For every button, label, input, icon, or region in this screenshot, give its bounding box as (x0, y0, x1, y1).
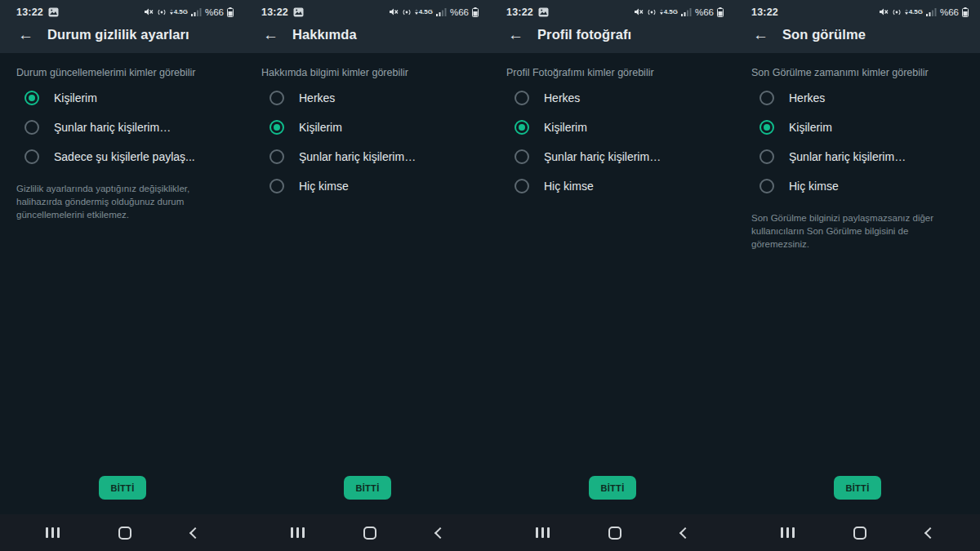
mute-icon (634, 7, 644, 16)
done-button[interactable]: BİTTİ (344, 476, 391, 500)
option-contacts-except[interactable]: Şunlar hariç kişilerim… (0, 113, 245, 142)
network-arrows-icon (905, 9, 908, 15)
network-type-indicator: 4.5G (660, 8, 678, 16)
back-arrow-icon[interactable]: ← (508, 27, 537, 42)
radio-icon (270, 91, 284, 105)
screen-profile-photo: 13:22 4.5G %66 ← Profil fotoğrafı Profil… (490, 0, 735, 551)
topbar: 13:22 4.5G %66 ← Durum gizlilik ayarları (0, 0, 245, 53)
network-arrows-icon (660, 9, 663, 15)
home-icon[interactable] (853, 527, 866, 540)
screen-about: 13:22 4.5G %66 ← Hakkımda Hakkımda bilgi… (245, 0, 490, 551)
status-icons: 4.5G %66 (634, 7, 724, 17)
network-type-indicator: 4.5G (905, 8, 923, 16)
clock: 13:22 (261, 7, 288, 18)
home-icon[interactable] (118, 527, 131, 540)
android-nav-bar (735, 514, 980, 551)
page-title: Profil fotoğrafı (537, 27, 631, 42)
option-contacts-except[interactable]: Şunlar hariç kişilerim… (490, 142, 735, 171)
done-button[interactable]: BİTTİ (99, 476, 146, 500)
topbar: 13:22 4.5G %66 ← Profil fotoğrafı (490, 0, 735, 53)
hotspot-icon (157, 7, 167, 17)
android-nav-bar (245, 514, 490, 551)
status-bar: 13:22 4.5G %66 (735, 0, 980, 21)
page-title: Durum gizlilik ayarları (47, 27, 189, 42)
radio-icon (270, 149, 284, 164)
privacy-footnote: Gizlilik ayarlarında yaptığınız değişikl… (16, 182, 225, 221)
done-button[interactable]: BİTTİ (589, 476, 636, 500)
status-bar: 13:22 4.5G %66 (0, 0, 245, 21)
option-label: Herkes (544, 91, 580, 104)
option-nobody[interactable]: Hiç kimse (490, 171, 735, 201)
option-label: Kişilerim (544, 121, 587, 134)
option-contacts-except[interactable]: Şunlar hariç kişilerim… (245, 142, 490, 171)
option-label: Şunlar hariç kişilerim… (544, 150, 661, 163)
option-my-contacts[interactable]: Kişilerim (245, 113, 490, 142)
done-button[interactable]: BİTTİ (834, 476, 881, 500)
hotspot-icon (402, 7, 412, 17)
battery-icon (472, 7, 479, 17)
topbar: 13:22 4.5G %66 ← Son görülme (735, 0, 980, 53)
option-my-contacts[interactable]: Kişilerim (490, 113, 735, 142)
back-icon[interactable] (679, 527, 691, 538)
back-arrow-icon[interactable]: ← (753, 27, 782, 42)
home-icon[interactable] (608, 527, 621, 540)
topbar: 13:22 4.5G %66 ← Hakkımda (245, 0, 490, 53)
signal-icon (926, 7, 937, 16)
back-arrow-icon[interactable]: ← (263, 27, 292, 42)
app-bar: ← Durum gizlilik ayarları (0, 21, 245, 53)
app-bar: ← Son görülme (735, 21, 980, 53)
clock: 13:22 (506, 7, 533, 18)
option-nobody[interactable]: Hiç kimse (735, 171, 980, 201)
radio-icon (760, 149, 774, 164)
option-label: Kişilerim (299, 121, 342, 134)
status-bar: 13:22 4.5G %66 (490, 0, 735, 21)
option-everyone[interactable]: Herkes (245, 83, 490, 113)
image-notification-icon (538, 7, 549, 17)
recents-icon[interactable] (536, 527, 550, 538)
option-label: Herkes (299, 91, 335, 104)
recents-icon[interactable] (781, 527, 795, 538)
section-label: Durum güncellemelerimi kimler görebilir (0, 53, 245, 83)
option-label: Şunlar hariç kişilerim… (54, 121, 171, 134)
clock: 13:22 (751, 7, 778, 18)
mute-icon (389, 7, 399, 16)
radio-icon (760, 179, 774, 193)
option-everyone[interactable]: Herkes (735, 83, 980, 113)
network-type-indicator: 4.5G (170, 8, 188, 16)
privacy-footnote: Son Görülme bilginizi paylaşmazsanız diğ… (751, 211, 960, 251)
battery-percent: %66 (940, 7, 959, 17)
app-bar: ← Hakkımda (245, 21, 490, 53)
back-arrow-icon[interactable]: ← (18, 27, 47, 42)
image-notification-icon (293, 7, 304, 17)
section-label: Profil Fotoğrafımı kimler görebilir (490, 53, 735, 83)
option-my-contacts[interactable]: Kişilerim (0, 83, 245, 113)
option-label: Şunlar hariç kişilerim… (789, 150, 906, 163)
network-arrows-icon (170, 9, 173, 15)
option-label: Hiç kimse (299, 180, 349, 193)
back-icon[interactable] (434, 527, 446, 538)
recents-icon[interactable] (291, 527, 305, 538)
option-label: Şunlar hariç kişilerim… (299, 150, 416, 163)
option-label: Hiç kimse (789, 180, 839, 193)
radio-icon (24, 91, 39, 105)
option-everyone[interactable]: Herkes (490, 83, 735, 113)
recents-icon[interactable] (46, 527, 60, 538)
back-icon[interactable] (924, 527, 936, 538)
option-my-contacts[interactable]: Kişilerim (735, 113, 980, 142)
clock: 13:22 (16, 7, 43, 18)
page-title: Son görülme (782, 27, 866, 42)
option-only-share-with[interactable]: Sadece şu kişilerle paylaş... (0, 142, 245, 171)
screen-status-privacy: 13:22 4.5G %66 ← Durum gizlilik ayarları… (0, 0, 245, 551)
signal-icon (436, 7, 447, 16)
page-title: Hakkımda (292, 27, 357, 42)
hotspot-icon (647, 7, 657, 17)
option-contacts-except[interactable]: Şunlar hariç kişilerim… (735, 142, 980, 171)
option-label: Kişilerim (54, 91, 97, 104)
option-nobody[interactable]: Hiç kimse (245, 171, 490, 201)
home-icon[interactable] (363, 527, 376, 540)
radio-icon (24, 149, 39, 164)
signal-icon (191, 7, 202, 16)
radio-icon (514, 179, 529, 193)
section-label: Son Görülme zamanımı kimler görebilir (735, 53, 980, 83)
back-icon[interactable] (189, 527, 201, 538)
